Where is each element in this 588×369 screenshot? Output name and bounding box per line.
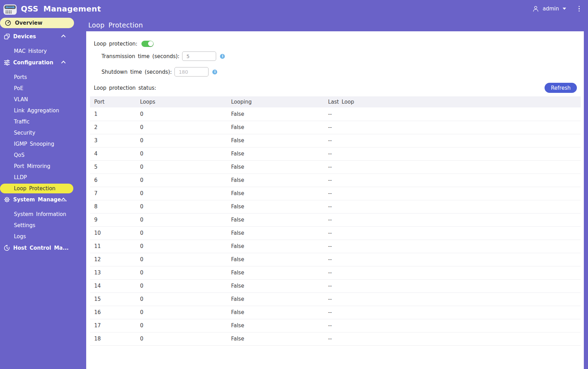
chevron-up-icon[interactable] [60,34,67,38]
cell-looping: False [227,292,324,306]
sidebar-item-ports[interactable]: Ports [0,72,83,82]
loop-status-table-wrap: PortLoopsLoopingLast Loop 10False--20Fal… [90,96,581,346]
user-menu[interactable]: admin [532,5,566,13]
sidebar-item-qos[interactable]: QoS [0,150,83,160]
sidebar-item-label: System Information [14,211,66,217]
refresh-button[interactable]: Refresh [545,83,577,93]
table-row: 20False-- [90,121,581,134]
history-icon [3,244,10,251]
cell-port: 10 [90,226,136,240]
chevron-up-icon[interactable] [60,197,67,201]
cell-last-loop: -- [324,253,581,266]
cell-loops: 0 [136,253,227,266]
loop-protection-toggle[interactable] [141,41,154,47]
cell-last-loop: -- [324,226,581,240]
info-icon[interactable]: i [220,54,225,59]
sidebar-item-logs[interactable]: Logs [0,231,83,242]
cell-loops: 0 [136,160,227,174]
table-row: 150False-- [90,292,581,306]
loop-protection-form: Loop protection: Transmission time (seco… [86,31,584,93]
table-row: 130False-- [90,266,581,279]
shutdown-time-label: Shutdown time (seconds): [101,69,172,75]
gauge-icon [5,19,11,26]
info-icon[interactable]: i [212,70,217,74]
cell-looping: False [227,174,324,187]
table-row: 10False-- [90,107,581,121]
sidebar-item-settings[interactable]: Settings [0,220,83,231]
cell-last-loop: -- [324,266,581,279]
gear-icon [3,196,10,203]
table-row: 160False-- [90,306,581,319]
cell-last-loop: -- [324,160,581,174]
table-row: 80False-- [90,200,581,213]
cell-looping: False [227,240,324,253]
cell-looping: False [227,319,324,332]
sidebar-item-label: Overview [15,20,42,26]
cell-loops: 0 [136,306,227,319]
cell-loops: 0 [136,107,227,121]
sidebar-item-system-manage[interactable]: System Manage... [0,194,83,205]
table-row: 40False-- [90,147,581,160]
table-row: 120False-- [90,253,581,266]
shutdown-time-input[interactable] [174,67,209,77]
transmission-time-input[interactable] [182,51,216,61]
sidebar-item-label: Security [14,130,35,136]
sidebar-item-mac-history[interactable]: MAC History [0,46,83,56]
kebab-menu-icon[interactable] [577,5,582,13]
sidebar-item-security[interactable]: Security [0,128,83,138]
table-row: 30False-- [90,134,581,147]
sidebar-item-port-mirroring[interactable]: Port Mirroring [0,161,83,171]
column-header-looping: Looping [227,96,324,107]
sidebar-item-system-information[interactable]: System Information [0,209,83,219]
sidebar-item-label: Link Aggregation [14,107,59,114]
cell-last-loop: -- [324,147,581,160]
sidebar-item-igmp-snooping[interactable]: IGMP Snooping [0,139,83,149]
loop-status-table: PortLoopsLoopingLast Loop 10False--20Fal… [90,96,581,346]
cell-loops: 0 [136,213,227,226]
sidebar: Overview Devices MAC History Configurati… [0,17,83,369]
sidebar-item-loop-protection[interactable]: Loop Protection [0,184,73,193]
table-row: 50False-- [90,160,581,174]
top-bar: QSS Management admin [0,0,588,17]
sidebar-item-configuration[interactable]: Configuration [0,57,83,68]
cell-port: 17 [90,319,136,332]
sidebar-item-link-aggregation[interactable]: Link Aggregation [0,105,83,116]
cell-looping: False [227,226,324,240]
sidebar-item-traffic[interactable]: Traffic [0,117,83,127]
sidebar-item-host-control-ma[interactable]: Host Control Ma... [0,243,83,253]
sidebar-item-label: Host Control Ma... [13,245,69,251]
cell-last-loop: -- [324,292,581,306]
table-row: 90False-- [90,213,581,226]
user-name: admin [543,6,559,12]
chevron-down-icon [563,8,566,10]
column-header-last-loop: Last Loop [324,96,581,107]
cell-port: 3 [90,134,136,147]
sidebar-item-lldp[interactable]: LLDP [0,172,83,183]
sidebar-item-label: QoS [14,152,25,158]
sidebar-item-label: MAC History [14,48,47,54]
cell-loops: 0 [136,134,227,147]
cell-port: 13 [90,266,136,279]
cell-port: 18 [90,332,136,345]
sidebar-item-vlan[interactable]: VLAN [0,94,83,105]
sidebar-item-overview[interactable]: Overview [0,18,74,28]
cell-last-loop: -- [324,107,581,121]
sidebar-item-devices[interactable]: Devices [0,31,83,42]
cell-loops: 0 [136,200,227,213]
sidebar-item-poe[interactable]: PoE [0,83,83,94]
transmission-time-label: Transmission time (seconds): [101,53,179,59]
cell-looping: False [227,147,324,160]
cell-last-loop: -- [324,306,581,319]
cell-port: 12 [90,253,136,266]
table-row: 60False-- [90,174,581,187]
sidebar-item-label: Configuration [13,59,53,66]
cell-looping: False [227,266,324,279]
chevron-up-icon[interactable] [60,60,67,64]
sidebar-item-label: VLAN [14,96,28,103]
cell-last-loop: -- [324,174,581,187]
cell-loops: 0 [136,174,227,187]
cell-port: 11 [90,240,136,253]
cell-loops: 0 [136,121,227,134]
cell-last-loop: -- [324,200,581,213]
table-row: 110False-- [90,240,581,253]
